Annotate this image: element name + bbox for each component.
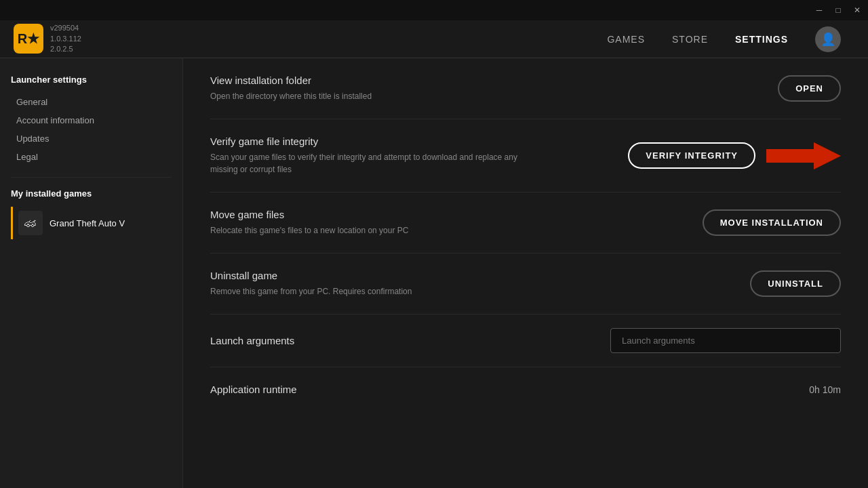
app-container: R★ v299504 1.0.3.112 2.0.2.5 GAMES STORE… — [0, 20, 868, 488]
rockstar-logo: R★ — [14, 24, 43, 54]
svg-marker-0 — [766, 142, 841, 169]
uninstall-button[interactable]: UNINSTALL — [750, 270, 841, 297]
runtime-row: Application runtime 0h 10m — [210, 367, 841, 411]
nav-area: GAMES STORE SETTINGS 👤 — [197, 26, 854, 52]
sidebar-item-general[interactable]: General — [11, 93, 172, 111]
verify-integrity-info: Verify game file integrity Scan your gam… — [210, 136, 628, 176]
move-installation-row: Move game files Relocate this game's fil… — [210, 192, 841, 253]
header: R★ v299504 1.0.3.112 2.0.2.5 GAMES STORE… — [0, 20, 868, 58]
sidebar: Launcher settings General Account inform… — [0, 58, 183, 488]
version-line-3: 2.0.2.5 — [50, 44, 81, 54]
sidebar-item-updates[interactable]: Updates — [11, 129, 172, 148]
view-installation-info: View installation folder Open the direct… — [210, 75, 778, 102]
nav-store[interactable]: STORE — [672, 34, 708, 45]
verify-integrity-desc: Scan your game files to verify their int… — [210, 151, 536, 176]
version-text: v299504 1.0.3.112 2.0.2.5 — [50, 23, 81, 54]
view-installation-title: View installation folder — [210, 75, 778, 86]
titlebar: ─ □ ✕ — [0, 0, 868, 20]
version-line-2: 1.0.3.112 — [50, 34, 81, 44]
runtime-value: 0h 10m — [809, 384, 841, 395]
verify-integrity-button[interactable]: VERIFY INTEGRITY — [628, 142, 755, 169]
move-installation-button[interactable]: MOVE INSTALLATION — [703, 209, 841, 236]
nav-games[interactable]: GAMES — [607, 34, 645, 45]
minimize-button[interactable]: ─ — [814, 5, 825, 16]
uninstall-desc: Remove this game from your PC. Requires … — [210, 285, 536, 298]
launch-args-label: Launch arguments — [210, 335, 294, 346]
installed-games-title: My installed games — [11, 188, 172, 199]
game-item-gtav[interactable]: 🏎 Grand Theft Auto V — [11, 207, 172, 239]
close-button[interactable]: ✕ — [852, 5, 863, 16]
uninstall-title: Uninstall game — [210, 270, 750, 281]
logo-area: R★ v299504 1.0.3.112 2.0.2.5 — [14, 23, 197, 54]
gtav-icon: 🏎 — [18, 211, 43, 235]
view-installation-desc: Open the directory where this title is i… — [210, 90, 536, 102]
runtime-label: Application runtime — [210, 384, 297, 395]
view-installation-row: View installation folder Open the direct… — [210, 58, 841, 119]
maximize-button[interactable]: □ — [833, 5, 844, 16]
body-container: Launcher settings General Account inform… — [0, 58, 868, 488]
launch-args-input[interactable] — [610, 328, 841, 353]
nav-settings[interactable]: SETTINGS — [735, 34, 788, 45]
avatar[interactable]: 👤 — [815, 26, 841, 52]
main-content: View installation folder Open the direct… — [183, 58, 868, 488]
gtav-label: Grand Theft Auto V — [50, 218, 125, 228]
sidebar-item-legal[interactable]: Legal — [11, 148, 172, 166]
uninstall-info: Uninstall game Remove this game from you… — [210, 270, 750, 298]
verify-integrity-title: Verify game file integrity — [210, 136, 628, 147]
version-line-1: v299504 — [50, 23, 81, 33]
launch-args-row: Launch arguments — [210, 314, 841, 367]
avatar-icon: 👤 — [821, 32, 835, 47]
sidebar-divider — [11, 177, 172, 178]
uninstall-row: Uninstall game Remove this game from you… — [210, 253, 841, 314]
verify-integrity-row: Verify game file integrity Scan your gam… — [210, 119, 841, 192]
launcher-settings-title: Launcher settings — [11, 75, 172, 85]
red-arrow-icon — [766, 141, 841, 171]
sidebar-item-account[interactable]: Account information — [11, 111, 172, 129]
move-installation-desc: Relocate this game's files to a new loca… — [210, 224, 536, 237]
move-installation-title: Move game files — [210, 209, 703, 220]
open-button[interactable]: OPEN — [778, 75, 841, 102]
move-installation-info: Move game files Relocate this game's fil… — [210, 209, 703, 237]
